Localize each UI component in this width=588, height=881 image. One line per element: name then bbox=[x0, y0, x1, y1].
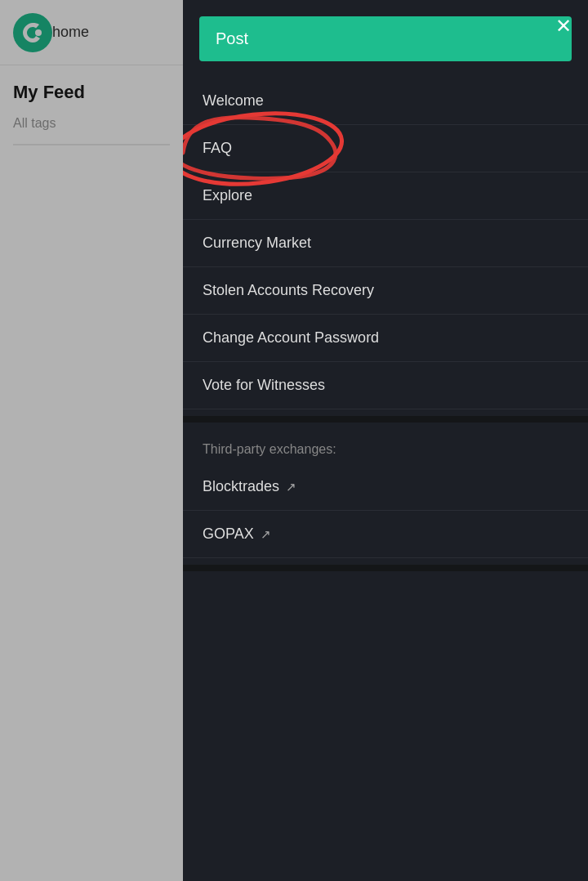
change-password-label: Change Account Password bbox=[203, 329, 379, 347]
section-thick-divider bbox=[183, 416, 588, 423]
blocktrades-label: Blocktrades bbox=[203, 478, 279, 495]
external-link-icon-blocktrades: ↗︎ bbox=[286, 480, 296, 494]
menu-item-gopax[interactable]: GOPAX ↗︎ bbox=[183, 511, 588, 558]
faq-label: FAQ bbox=[203, 140, 232, 157]
side-drawer: ✕ Post Welcome FAQ Explore Currency Mark… bbox=[183, 0, 588, 881]
currency-market-label: Currency Market bbox=[203, 235, 311, 252]
menu-item-vote-witnesses[interactable]: Vote for Witnesses bbox=[183, 362, 588, 409]
menu-item-stolen-accounts[interactable]: Stolen Accounts Recovery bbox=[183, 267, 588, 315]
menu-item-faq[interactable]: FAQ bbox=[183, 125, 588, 172]
third-party-label: Third-party exchanges: bbox=[183, 429, 588, 463]
stolen-accounts-label: Stolen Accounts Recovery bbox=[203, 282, 374, 299]
post-button[interactable]: Post bbox=[199, 16, 572, 61]
menu-item-welcome[interactable]: Welcome bbox=[183, 78, 588, 125]
third-party-section: Third-party exchanges: Blocktrades ↗︎ GO… bbox=[183, 429, 588, 558]
menu-item-blocktrades[interactable]: Blocktrades ↗︎ bbox=[183, 463, 588, 511]
menu-item-explore[interactable]: Explore bbox=[183, 172, 588, 220]
gopax-label: GOPAX bbox=[203, 525, 254, 543]
menu-section: Welcome FAQ Explore Currency Market Stol… bbox=[183, 78, 588, 409]
menu-item-change-password[interactable]: Change Account Password bbox=[183, 315, 588, 362]
vote-witnesses-label: Vote for Witnesses bbox=[203, 377, 325, 394]
external-link-icon-gopax: ↗︎ bbox=[261, 527, 271, 542]
welcome-label: Welcome bbox=[203, 92, 264, 110]
bottom-divider bbox=[183, 565, 588, 571]
close-button[interactable]: ✕ bbox=[555, 16, 572, 36]
menu-item-currency-market[interactable]: Currency Market bbox=[183, 220, 588, 267]
explore-label: Explore bbox=[203, 187, 252, 204]
